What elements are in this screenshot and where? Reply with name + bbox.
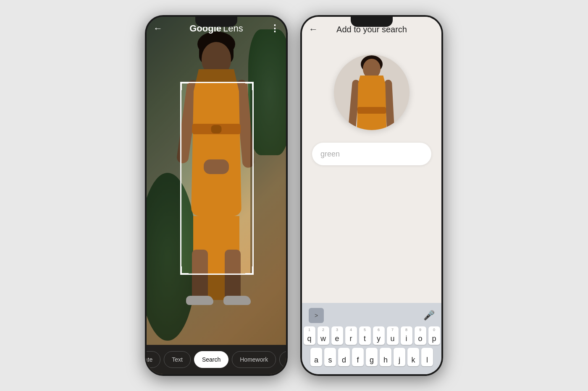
key-d[interactable]: d (338, 348, 350, 366)
dim-overlay-left (147, 82, 180, 275)
corner-tl (180, 82, 189, 90)
lens-screen: ← Google Lens ⋮ Translate Text Search (147, 17, 286, 374)
search-back-button[interactable]: ← (309, 24, 318, 35)
keyboard-expand-button[interactable]: > (309, 308, 324, 323)
more-options-button[interactable]: ⋮ (270, 23, 279, 34)
circle-preview-image (334, 55, 410, 130)
mini-dress-body (357, 76, 387, 130)
corner-tr (245, 82, 254, 90)
key-p[interactable]: 0 p (428, 326, 440, 345)
key-i[interactable]: 8 i (401, 326, 412, 345)
keyboard-row-qp: 1 q 2 w 3 e 4 r (304, 326, 440, 345)
search-input-placeholder: green (320, 150, 340, 159)
keyboard-mic-button[interactable]: 🎤 (423, 310, 435, 321)
tab-translate[interactable]: Translate (147, 351, 160, 368)
key-y[interactable]: 6 y (373, 326, 385, 345)
key-k[interactable]: k (407, 348, 419, 366)
key-o[interactable]: 9 o (415, 326, 426, 345)
search-image-area (302, 42, 441, 138)
key-h[interactable]: h (380, 348, 391, 366)
phone-notch-right (351, 15, 393, 27)
back-button[interactable]: ← (153, 23, 163, 34)
tab-shopping[interactable]: Shopp (279, 351, 286, 368)
key-l[interactable]: l (421, 348, 433, 366)
key-q[interactable]: 1 q (304, 326, 315, 345)
corner-br (245, 266, 254, 275)
key-j[interactable]: j (394, 348, 405, 366)
tab-homework[interactable]: Homework (232, 351, 276, 368)
lens-tabs-bar: Translate Text Search Homework Shopp (147, 345, 286, 374)
camera-background (147, 17, 286, 374)
key-r[interactable]: 4 r (345, 326, 357, 345)
mini-belt (357, 107, 386, 114)
phone-notch (195, 15, 237, 27)
left-phone: ← Google Lens ⋮ Translate Text Search (145, 15, 288, 376)
search-text-field[interactable]: green (312, 143, 431, 165)
key-t[interactable]: 5 t (359, 326, 371, 345)
tab-search[interactable]: Search (194, 351, 228, 368)
keyboard-row-al: a s d f g h (304, 348, 440, 366)
keyboard-toolbar: > 🎤 (304, 306, 440, 326)
keyboard: > 🎤 1 q 2 w 3 e (302, 303, 441, 374)
right-phone: ← Add to your search (300, 15, 443, 376)
key-a[interactable]: a (310, 348, 322, 366)
dim-overlay-right (250, 82, 286, 275)
key-f[interactable]: f (352, 348, 364, 366)
search-screen: ← Add to your search (302, 17, 441, 374)
corner-bl (180, 266, 189, 275)
selection-box[interactable] (180, 82, 254, 275)
key-w[interactable]: 2 w (318, 326, 329, 345)
key-u[interactable]: 7 u (387, 326, 399, 345)
mini-woman-figure (344, 59, 399, 130)
search-input-area: green (302, 138, 441, 174)
key-e[interactable]: 3 e (331, 326, 343, 345)
key-g[interactable]: g (366, 348, 378, 366)
tab-text[interactable]: Text (164, 351, 191, 368)
key-s[interactable]: s (324, 348, 336, 366)
